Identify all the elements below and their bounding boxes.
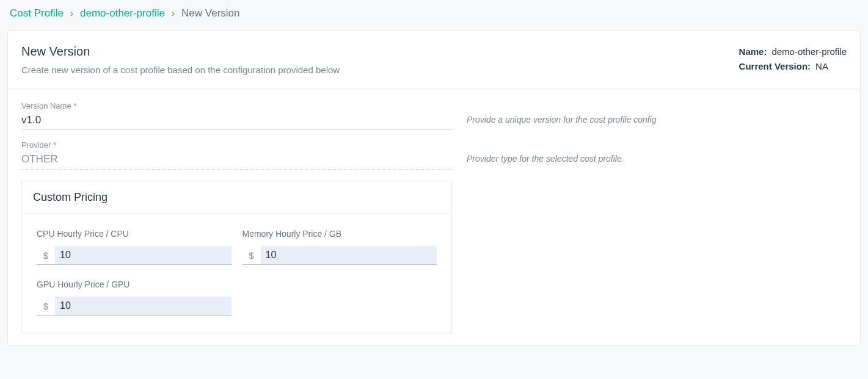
- custom-pricing-panel: Custom Pricing CPU Hourly Price / CPU $: [21, 181, 452, 333]
- gpu-price-input[interactable]: [55, 297, 232, 315]
- cpu-price-field: CPU Hourly Price / CPU $: [37, 229, 232, 265]
- breadcrumb-separator: ›: [172, 7, 175, 19]
- gpu-price-field: GPU Hourly Price / GPU $: [37, 280, 232, 316]
- version-name-input[interactable]: [21, 112, 452, 129]
- provider-value: OTHER: [21, 151, 452, 170]
- meta-name-value: demo-other-profile: [771, 45, 847, 59]
- memory-price-label: Memory Hourly Price / GB: [243, 229, 437, 239]
- cpu-price-input[interactable]: [55, 246, 232, 264]
- new-version-card: New Version Create new version of a cost…: [7, 31, 861, 346]
- gpu-price-label: GPU Hourly Price / GPU: [37, 280, 232, 289]
- breadcrumb-profile-link[interactable]: demo-other-profile: [80, 7, 165, 19]
- breadcrumb-root-link[interactable]: Cost Profile: [10, 7, 64, 19]
- card-header: New Version Create new version of a cost…: [8, 31, 860, 89]
- provider-help: Provider type for the selected cost prof…: [467, 140, 847, 164]
- meta-current-version-value: NA: [815, 59, 828, 74]
- breadcrumb: Cost Profile › demo-other-profile › New …: [10, 7, 861, 20]
- cpu-price-label: CPU Hourly Price / CPU: [37, 229, 232, 239]
- currency-symbol: $: [37, 246, 55, 264]
- breadcrumb-separator: ›: [70, 7, 74, 19]
- page-title: New Version: [21, 45, 340, 59]
- currency-symbol: $: [243, 246, 261, 264]
- breadcrumb-current: New Version: [181, 7, 239, 19]
- provider-label: Provider *: [21, 140, 452, 150]
- memory-price-input[interactable]: [261, 246, 437, 264]
- profile-meta: Name: demo-other-profile Current Version…: [739, 45, 847, 74]
- version-name-label: Version Name *: [21, 101, 452, 110]
- memory-price-field: Memory Hourly Price / GB $: [243, 229, 437, 265]
- version-name-field: Version Name *: [21, 101, 452, 129]
- meta-current-version-key: Current Version:: [739, 59, 811, 74]
- meta-name-key: Name:: [739, 45, 767, 59]
- provider-field: Provider * OTHER: [21, 140, 452, 170]
- currency-symbol: $: [37, 297, 55, 315]
- version-name-help: Provide a unique version for the cost pr…: [467, 101, 847, 125]
- page-subtitle: Create new version of a cost profile bas…: [21, 65, 340, 75]
- custom-pricing-title: Custom Pricing: [22, 181, 451, 214]
